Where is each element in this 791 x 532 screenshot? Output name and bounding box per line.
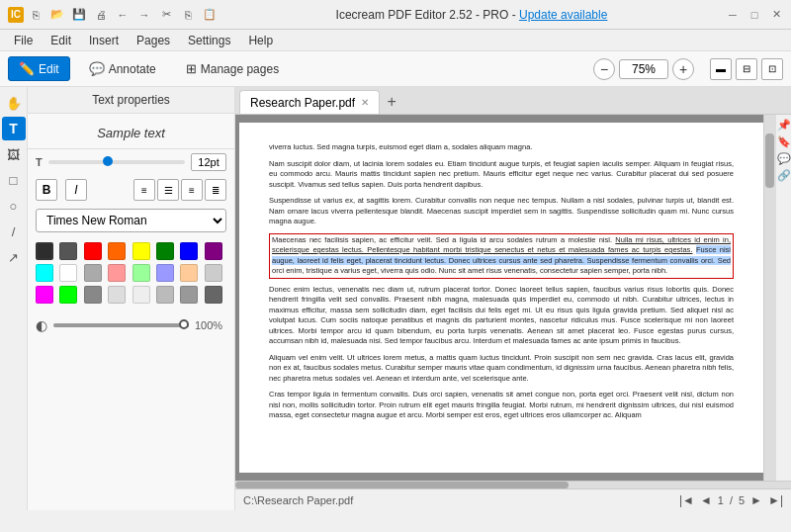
tab-label: Research Paper.pdf: [250, 96, 355, 110]
open-icon[interactable]: 📂: [49, 7, 65, 23]
color-swatch-gray[interactable]: [84, 264, 102, 282]
bold-btn[interactable]: B: [36, 179, 57, 201]
scroll-thumb[interactable]: [765, 133, 774, 189]
align-center-btn[interactable]: ☰: [157, 179, 179, 201]
color-swatch-medgray[interactable]: [84, 286, 102, 304]
tag-icon[interactable]: 🔖: [777, 135, 791, 148]
update-link[interactable]: Update available: [519, 8, 607, 22]
menu-file[interactable]: File: [6, 32, 41, 49]
print-icon[interactable]: 🖨: [93, 7, 109, 23]
pdf-para-1: Nam suscipit dolor diam, ut lacinia lore…: [269, 159, 734, 191]
minimize-btn[interactable]: ─: [726, 8, 740, 22]
last-page-btn[interactable]: ►|: [768, 493, 783, 507]
annotate-btn[interactable]: 💬 Annotate: [78, 56, 167, 81]
menu-settings[interactable]: Settings: [180, 32, 238, 49]
pan-tool[interactable]: ✋: [2, 91, 26, 115]
horizontal-scrollbar[interactable]: [235, 481, 791, 488]
menu-insert[interactable]: Insert: [81, 32, 127, 49]
color-swatch-purple[interactable]: [205, 242, 222, 260]
zoom-control: − +: [593, 58, 694, 80]
tab-pdf[interactable]: Research Paper.pdf ✕: [239, 90, 380, 114]
new-icon[interactable]: ⎘: [28, 7, 44, 23]
arrow-tool[interactable]: ↗: [2, 245, 26, 269]
color-swatch-darkmedgray[interactable]: [205, 286, 222, 304]
color-swatch-blue[interactable]: [180, 242, 198, 260]
image-tool[interactable]: 🖼: [2, 142, 26, 166]
color-swatch-yellow[interactable]: [132, 242, 150, 260]
circle-tool[interactable]: ○: [2, 194, 26, 218]
color-swatch-red[interactable]: [84, 242, 102, 260]
align-right-btn[interactable]: ≡: [181, 179, 203, 201]
undo-icon[interactable]: ←: [115, 7, 131, 23]
font-select-row: Times New Roman Arial Helvetica Courier …: [28, 205, 234, 236]
comment-sidebar-icon[interactable]: 💬: [777, 152, 791, 165]
tab-bar: Research Paper.pdf ✕ +: [235, 87, 791, 115]
opacity-row: ◐ 100%: [28, 313, 234, 337]
copy-icon[interactable]: ⎘: [180, 7, 196, 23]
line-tool[interactable]: /: [2, 220, 26, 243]
close-btn[interactable]: ✕: [769, 8, 783, 22]
link-icon[interactable]: 🔗: [777, 169, 791, 182]
tab-close-btn[interactable]: ✕: [361, 97, 369, 108]
save-icon[interactable]: 💾: [71, 7, 87, 23]
menu-help[interactable]: Help: [240, 32, 281, 49]
color-swatch-orange[interactable]: [108, 242, 126, 260]
layout-double-icon[interactable]: ⊟: [736, 58, 757, 80]
color-swatch-lime[interactable]: [59, 286, 77, 304]
app-icon: IC: [8, 7, 24, 23]
color-swatch-white[interactable]: [59, 264, 77, 282]
text-tool[interactable]: T: [2, 117, 26, 140]
color-swatch-lightblue[interactable]: [156, 264, 174, 282]
color-swatch-cyan[interactable]: [36, 264, 53, 282]
font-select[interactable]: Times New Roman Arial Helvetica Courier …: [36, 209, 226, 232]
color-swatch-darkgray[interactable]: [59, 242, 77, 260]
layout-single-icon[interactable]: ▬: [710, 58, 732, 80]
edit-btn[interactable]: ✏️ Edit: [8, 56, 70, 81]
maximize-btn[interactable]: □: [747, 8, 761, 22]
next-page-btn[interactable]: ►: [750, 493, 762, 507]
shape-tool[interactable]: □: [2, 168, 26, 192]
pdf-para-3: Maecenas nec facilisis sapien, ac effici…: [269, 233, 734, 279]
font-size-row: T: [28, 149, 234, 175]
color-swatch-verylightgray[interactable]: [108, 286, 126, 304]
font-size-slider[interactable]: [48, 160, 185, 164]
menubar: File Edit Insert Pages Settings Help: [0, 30, 791, 51]
font-size-input[interactable]: [191, 153, 226, 171]
manage-pages-btn[interactable]: ⊞ Manage pages: [175, 56, 290, 81]
align-justify-btn[interactable]: ≣: [205, 179, 226, 201]
paste-icon[interactable]: 📋: [202, 7, 218, 23]
layout-fit-icon[interactable]: ⊡: [761, 58, 783, 80]
bookmark-icon[interactable]: 📌: [777, 119, 791, 132]
redo-icon[interactable]: →: [136, 7, 152, 23]
vertical-scrollbar[interactable]: [763, 115, 775, 481]
color-swatch-lightgray[interactable]: [205, 264, 222, 282]
italic-btn[interactable]: I: [65, 179, 87, 201]
h-scroll-thumb[interactable]: [235, 482, 569, 488]
color-swatch-peach[interactable]: [180, 264, 198, 282]
bottom-bar: C:\Research Paper.pdf |◄ ◄ 1 / 5 ► ►|: [235, 488, 791, 510]
color-swatch-silver[interactable]: [156, 286, 174, 304]
zoom-out-btn[interactable]: −: [593, 58, 615, 80]
color-swatch-pink[interactable]: [108, 264, 126, 282]
pdf-scroll[interactable]: viverra luctus. Sed magna turpis, euismo…: [235, 115, 775, 481]
zoom-in-btn[interactable]: +: [672, 58, 694, 80]
color-swatch-magenta[interactable]: [36, 286, 53, 304]
pdf-para-2: Suspendisse ut varius ex, at sagittis lo…: [269, 196, 734, 227]
align-left-btn[interactable]: ≡: [133, 179, 155, 201]
color-swatch-lightgreen[interactable]: [132, 264, 150, 282]
first-page-btn[interactable]: |◄: [679, 493, 694, 507]
color-swatch-midgray[interactable]: [180, 286, 198, 304]
zoom-input[interactable]: [619, 59, 668, 79]
prev-page-btn[interactable]: ◄: [700, 493, 712, 507]
text-properties-panel: Text properties Sample text T B I ≡ ☰ ≡ …: [28, 87, 235, 510]
align-btns: ≡ ☰ ≡ ≣: [133, 179, 226, 201]
toolbar-icons: ⎘ 📂 💾 🖨 ← → ✂ ⎘ 📋: [28, 7, 218, 23]
menu-edit[interactable]: Edit: [43, 32, 79, 49]
cut-icon[interactable]: ✂: [158, 7, 174, 23]
color-swatch-nearwhite[interactable]: [132, 286, 150, 304]
opacity-slider[interactable]: [53, 323, 189, 327]
menu-pages[interactable]: Pages: [129, 32, 178, 49]
tab-add-btn[interactable]: +: [380, 90, 403, 114]
color-swatch-green[interactable]: [156, 242, 174, 260]
color-swatch-black[interactable]: [36, 242, 53, 260]
